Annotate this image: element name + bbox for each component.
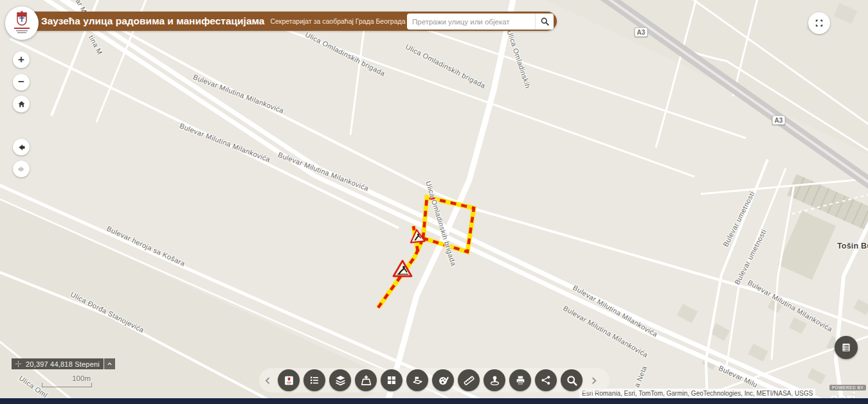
home-button[interactable] <box>13 96 30 112</box>
street-view-icon <box>489 374 501 387</box>
toolbar-button-directions[interactable] <box>406 369 428 391</box>
search-input[interactable] <box>407 18 535 26</box>
arrow-right-icon <box>17 164 26 174</box>
directions-icon <box>411 374 424 387</box>
legend-panel-button[interactable] <box>835 336 858 359</box>
scale-bar <box>42 383 92 387</box>
search-icon <box>566 374 578 387</box>
toolbar-button-measure[interactable] <box>458 369 480 391</box>
zoom-out-button[interactable]: − <box>13 74 30 91</box>
app-header: Заузећа улица радовима и манифестацијама… <box>19 12 557 31</box>
coordinates-collapse-button[interactable] <box>104 358 115 369</box>
belgrade-coat-of-arms-logo[interactable] <box>5 6 39 40</box>
chevron-up-icon <box>106 360 113 367</box>
toolbar-button-draw[interactable] <box>432 369 454 391</box>
search-icon <box>540 17 550 26</box>
scale-widget: 100m <box>42 374 92 387</box>
list-panel-icon <box>840 342 852 353</box>
toolbar-button-search[interactable] <box>561 369 583 391</box>
map-attribution: Esri Romania, Esri, TomTom, Garmin, GeoT… <box>579 389 815 398</box>
arrow-left-icon <box>17 143 26 152</box>
toolbar-button-add-data[interactable] <box>355 369 377 391</box>
draw-palette-icon <box>437 374 449 387</box>
toolbar-next-button[interactable]: › <box>586 369 602 391</box>
toolbar-button-basemap-gallery[interactable] <box>381 369 402 391</box>
toolbar-prev-button[interactable]: ‹ <box>259 369 276 391</box>
map-application: ar Miltina MUlica Omladinskih brigadaUli… <box>0 0 868 404</box>
fullscreen-button[interactable] <box>808 12 830 34</box>
search-box <box>407 13 554 30</box>
back-button[interactable] <box>13 139 30 155</box>
scale-label: 100m <box>42 374 91 382</box>
bottom-status-bar <box>0 398 868 404</box>
basemap-gallery-icon <box>386 374 397 386</box>
toolbar-button-share[interactable] <box>535 369 557 391</box>
coordinates-value: 20,397 44,818 Stepeni <box>26 360 100 368</box>
toolbar-button-legend[interactable] <box>303 369 325 391</box>
bottom-toolbar: ‹ <box>259 368 610 392</box>
zoom-in-button[interactable]: + <box>13 51 30 68</box>
plus-icon: + <box>18 51 24 68</box>
toolbar-button-print[interactable] <box>509 369 531 391</box>
search-button[interactable] <box>535 13 554 30</box>
print-icon <box>514 374 527 387</box>
legend-list-icon <box>309 374 320 386</box>
toolbar-button-about[interactable] <box>278 369 300 391</box>
page-subtitle: Секретаријат за саобраћај Града Београда <box>270 17 405 25</box>
home-icon <box>17 100 26 109</box>
minus-icon: − <box>18 74 24 91</box>
crosshair-icon <box>14 360 23 368</box>
coordinates-widget: 20,397 44,818 Stepeni <box>12 358 115 369</box>
forward-button[interactable] <box>13 161 30 177</box>
map-canvas[interactable] <box>0 0 868 404</box>
about-crest-icon <box>283 374 295 387</box>
share-icon <box>540 374 552 386</box>
measure-ruler-icon <box>463 374 475 387</box>
page-title: Заузећа улица радовима и манифестацијама <box>41 15 264 27</box>
toolbar-button-street-view[interactable] <box>484 369 505 391</box>
toolbar-button-layers[interactable] <box>329 369 351 391</box>
add-data-icon <box>360 374 372 387</box>
layers-icon <box>334 374 347 387</box>
coat-of-arms-icon <box>11 10 33 36</box>
coordinates-display[interactable]: 20,397 44,818 Stepeni <box>12 358 104 369</box>
fullscreen-icon <box>814 18 824 28</box>
